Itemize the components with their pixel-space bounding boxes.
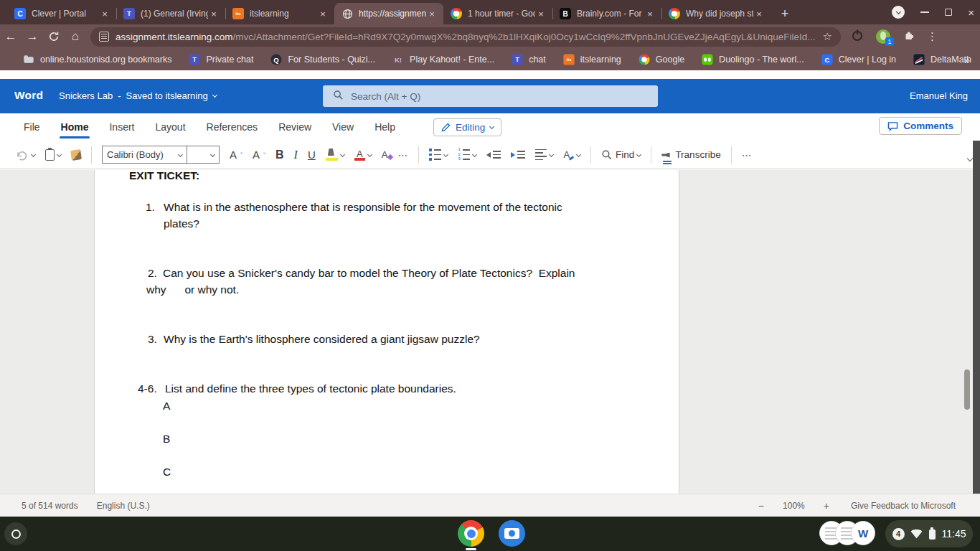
chevron-down-icon[interactable] <box>57 152 62 157</box>
tab-references[interactable]: References <box>207 113 258 141</box>
forward-icon[interactable]: → <box>22 26 43 47</box>
chevron-down-icon[interactable] <box>549 152 554 157</box>
chrome-app-icon[interactable] <box>458 520 484 547</box>
camera-app-icon[interactable] <box>499 520 525 547</box>
italic-button[interactable]: I <box>294 149 298 161</box>
tab-timer[interactable]: 1 hour timer - Goo <box>443 3 552 24</box>
search-input[interactable] <box>351 91 623 102</box>
grow-font-button[interactable]: Aˆ <box>230 149 242 161</box>
font-size-dropdown[interactable] <box>187 146 219 163</box>
find-button[interactable]: Find <box>601 149 641 161</box>
tab-close-icon[interactable] <box>426 8 438 19</box>
font-name-dropdown[interactable]: Calibri (Body) <box>103 146 187 163</box>
tab-close-icon[interactable] <box>208 8 220 19</box>
page-info-icon[interactable] <box>99 32 109 42</box>
alignment-button[interactable] <box>535 149 553 160</box>
tab-teams-general[interactable]: T (1) General (Irving <box>116 3 225 24</box>
zoom-level[interactable]: 100% <box>783 501 805 511</box>
power-extension-icon[interactable] <box>851 29 864 44</box>
bookmarks-overflow-icon[interactable]: » <box>964 54 970 66</box>
tab-review[interactable]: Review <box>278 113 311 141</box>
tab-brainly[interactable]: B Brainly.com - For <box>552 3 661 24</box>
bookmark-kahoot[interactable]: K! Play Kahoot! - Ente... <box>392 54 494 65</box>
chevron-down-icon[interactable] <box>576 152 581 157</box>
paste-button[interactable] <box>45 149 61 161</box>
zoom-in-button[interactable]: + <box>824 500 829 512</box>
tab-close-icon[interactable] <box>644 8 656 19</box>
new-tab-button[interactable]: + <box>775 4 795 24</box>
feedback-link[interactable]: Give Feedback to Microsoft <box>851 501 956 511</box>
shrink-font-button[interactable]: Aˇ <box>253 149 265 161</box>
numbered-list-button[interactable]: 1 2 3 <box>458 149 476 161</box>
word-file-thumbnail[interactable]: W <box>851 521 875 545</box>
bookmark-clever-login[interactable]: C Clever | Log in <box>821 54 896 65</box>
bookmark-star-icon[interactable]: ☆ <box>823 30 832 43</box>
tab-view[interactable]: View <box>332 113 354 141</box>
word-search-box[interactable] <box>323 85 658 107</box>
word-count[interactable]: 5 of 514 words <box>22 501 78 511</box>
highlight-button[interactable] <box>326 149 344 161</box>
chevron-down-icon[interactable] <box>340 152 345 157</box>
tab-close-icon[interactable] <box>535 8 547 19</box>
underline-button[interactable]: U <box>308 149 316 161</box>
back-icon[interactable]: ← <box>0 26 22 47</box>
chevron-down-icon[interactable] <box>443 152 448 157</box>
collapse-ribbon-icon[interactable] <box>967 156 973 161</box>
clear-formatting-button[interactable]: A <box>382 149 388 160</box>
tab-help[interactable]: Help <box>374 113 395 141</box>
styles-button[interactable]: A <box>563 149 580 160</box>
bookmark-deltamath[interactable]: DeltaMath <box>913 54 971 65</box>
tab-file[interactable]: File <box>24 113 40 141</box>
tab-home[interactable]: Home <box>61 113 89 141</box>
holding-space-tote[interactable]: W <box>819 521 875 545</box>
document-page[interactable]: EXIT TICKET: 1. What is in the asthenosp… <box>94 170 679 494</box>
bookmark-houstonisd[interactable]: online.houstonisd.org bookmarks <box>23 54 171 65</box>
undo-button[interactable] <box>16 149 35 161</box>
bullet-list-button[interactable] <box>429 149 448 161</box>
chevron-down-icon[interactable] <box>212 93 217 98</box>
word-app-logo[interactable]: Word <box>14 89 43 102</box>
profile-avatar[interactable]: 1 <box>876 29 890 44</box>
more-toolbar-options-icon[interactable]: ⋯ <box>742 149 753 161</box>
comments-button[interactable]: Comments <box>879 117 962 135</box>
bookmark-google[interactable]: Google <box>639 54 684 65</box>
tab-close-icon[interactable] <box>99 8 110 19</box>
more-font-options-icon[interactable]: ⋯ <box>397 149 408 161</box>
tab-insert[interactable]: Insert <box>109 113 134 141</box>
chevron-down-icon[interactable] <box>636 152 641 157</box>
bookmark-chat[interactable]: T chat <box>512 54 546 65</box>
bookmark-duolingo[interactable]: Duolingo - The worl... <box>702 54 804 65</box>
chevron-down-icon[interactable] <box>367 152 372 157</box>
editing-mode-button[interactable]: Editing <box>433 118 501 136</box>
close-window-icon[interactable]: × <box>968 6 974 19</box>
tab-close-icon[interactable] <box>317 8 329 19</box>
bookmark-quizizz[interactable]: Q For Students - Quizi... <box>270 54 375 65</box>
tab-layout[interactable]: Layout <box>155 113 185 141</box>
format-painter-button[interactable] <box>71 150 81 160</box>
decrease-indent-button[interactable] <box>486 151 501 159</box>
reload-icon[interactable] <box>43 26 65 47</box>
user-name[interactable]: Emanuel King <box>910 90 968 101</box>
language-indicator[interactable]: English (U.S.) <box>97 501 150 511</box>
profile-menu-icon[interactable] <box>892 6 905 19</box>
tab-why-did-joseph[interactable]: Why did joseph st <box>661 3 771 24</box>
vertical-scrollbar-thumb[interactable] <box>964 369 970 410</box>
home-icon[interactable]: ⌂ <box>65 26 86 47</box>
bookmark-private-chat[interactable]: T Private chat <box>189 54 253 65</box>
transcribe-button[interactable]: Transcribe <box>661 149 720 160</box>
tab-clever-portal[interactable]: C Clever | Portal <box>7 3 116 24</box>
address-bar[interactable]: assignment.itslearning.com/mvc/Attachmen… <box>90 27 841 47</box>
font-color-button[interactable]: A <box>354 149 372 161</box>
increase-indent-button[interactable] <box>511 151 525 159</box>
restore-window-icon[interactable] <box>945 9 952 16</box>
zoom-out-button[interactable]: − <box>758 500 764 512</box>
document-title-group[interactable]: Snickers Lab - Saved to itslearning <box>59 90 217 101</box>
tab-close-icon[interactable] <box>753 8 765 19</box>
tab-assignment-active[interactable]: https://assignmen <box>334 3 443 24</box>
chevron-down-icon[interactable] <box>31 152 36 157</box>
browser-menu-icon[interactable]: ⋮ <box>927 30 938 43</box>
minimize-window-icon[interactable] <box>920 11 929 13</box>
chevron-down-icon[interactable] <box>472 152 477 157</box>
launcher-button[interactable] <box>4 522 27 545</box>
bold-button[interactable]: B <box>275 149 284 161</box>
